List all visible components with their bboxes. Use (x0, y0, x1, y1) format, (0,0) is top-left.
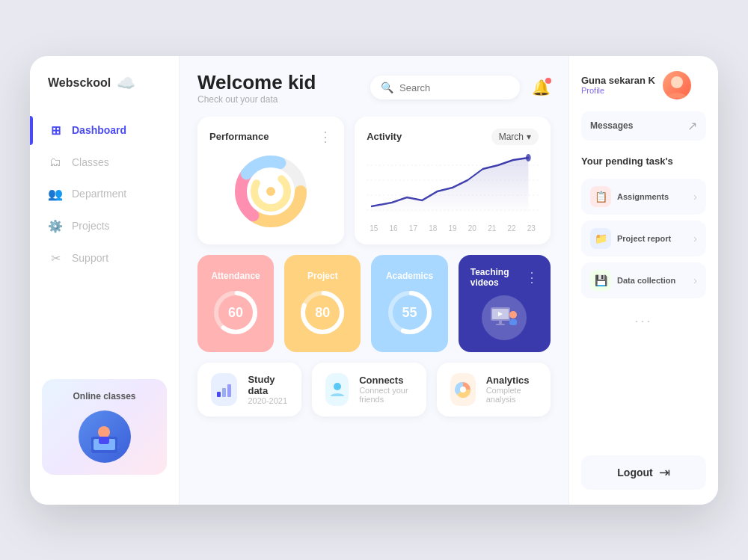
assignments-icon: 📋 (590, 186, 611, 207)
task-left: 💾 Data collection (590, 270, 675, 291)
activity-card: Activity March ▾ (355, 117, 551, 244)
connects-card[interactable]: Connects Connect your friends (312, 363, 426, 416)
page-subtitle: Check out your data (197, 94, 316, 105)
project-report-label: Project report (617, 234, 671, 243)
study-icon (211, 373, 237, 406)
line-chart (367, 154, 539, 221)
online-classes-label: Online classes (54, 391, 155, 401)
dashboard-icon: ⊞ (48, 123, 63, 138)
x-label: 17 (409, 224, 417, 233)
logo-icon: ☁️ (117, 74, 135, 92)
task-left: 📋 Assignments (590, 186, 669, 207)
sidebar-item-dashboard[interactable]: ⊞ Dashboard (30, 116, 170, 145)
task-item-assignments[interactable]: 📋 Assignments › (581, 179, 706, 215)
stats-row: Attendance 60 Project (197, 255, 551, 352)
page-title: Welcome kid (197, 71, 316, 94)
study-card-sub: 2020-2021 (248, 396, 288, 405)
user-role: Profile (581, 86, 655, 95)
sidebar-item-label: Dashboard (72, 124, 126, 136)
sidebar-item-projects[interactable]: ⚙️ Projects (30, 212, 170, 241)
x-axis: 15 16 17 18 19 20 21 22 23 (367, 224, 539, 233)
user-details: Guna sekaran K Profile (581, 75, 655, 95)
svg-rect-30 (217, 392, 221, 397)
user-name: Guna sekaran K (581, 75, 655, 86)
performance-card: Performance ⋮ (197, 117, 344, 244)
connects-icon (325, 373, 349, 406)
x-label: 22 (507, 224, 515, 233)
teaching-menu-icon[interactable]: ⋮ (525, 269, 539, 286)
performance-card-header: Performance ⋮ (209, 129, 332, 145)
month-dropdown[interactable]: March ▾ (491, 129, 539, 145)
messages-row[interactable]: Messages ↗ (581, 111, 706, 141)
sidebar-item-label: Projects (72, 220, 110, 232)
user-info: Guna sekaran K Profile (581, 71, 706, 99)
sidebar-item-label: Department (72, 188, 126, 200)
x-label: 20 (468, 224, 476, 233)
task-arrow-icon: › (693, 233, 697, 244)
logout-button[interactable]: Logout ⇥ (581, 455, 706, 490)
svg-point-28 (509, 311, 517, 319)
analytics-card-title: Analytics (486, 375, 537, 386)
analytics-card-info: Analytics Complete analysis (486, 375, 537, 404)
notification-dot (545, 78, 551, 84)
teaching-label: Teaching videos (470, 267, 525, 288)
svg-point-10 (266, 187, 275, 196)
attendance-label: Attendance (211, 271, 260, 281)
data-collection-icon: 💾 (590, 270, 611, 291)
svg-rect-31 (222, 388, 226, 397)
svg-point-35 (671, 76, 683, 88)
messages-icon: ↗ (687, 119, 697, 133)
teaching-illustration (488, 301, 521, 334)
analytics-card[interactable]: Analytics Complete analysis (437, 363, 551, 416)
x-label: 19 (448, 224, 456, 233)
study-card-title: Study data (248, 374, 288, 396)
support-icon: ✂ (48, 251, 63, 265)
search-input[interactable] (399, 82, 509, 93)
svg-rect-32 (227, 384, 231, 397)
header-title: Welcome kid Check out your data (197, 71, 316, 105)
online-classes-avatar (79, 410, 131, 463)
connects-card-info: Connects Connect your friends (359, 375, 413, 404)
sidebar-item-department[interactable]: 👥 Department (30, 179, 170, 209)
project-label: Project (307, 271, 338, 281)
chevron-down-icon: ▾ (527, 132, 531, 142)
svg-rect-4 (99, 437, 109, 444)
messages-label: Messages (590, 120, 633, 131)
study-data-card[interactable]: Study data 2020-2021 (197, 363, 301, 416)
online-classes-card[interactable]: Online classes (42, 379, 167, 475)
connects-card-title: Connects (359, 375, 413, 386)
assignments-label: Assignments (617, 192, 669, 201)
connects-icon-svg (328, 380, 347, 399)
project-value: 80 (315, 304, 330, 320)
main-content: Welcome kid Check out your data 🔍 🔔 (180, 56, 568, 505)
analytics-icon (450, 373, 475, 406)
study-data-icon (215, 380, 234, 399)
classes-icon: 🗂 (48, 156, 63, 169)
main-body: Performance ⋮ (180, 117, 568, 505)
x-label: 21 (488, 224, 496, 233)
main-header: Welcome kid Check out your data 🔍 🔔 (180, 56, 568, 117)
task-left: 📁 Project report (590, 228, 671, 249)
task-item-data-collection[interactable]: 💾 Data collection › (581, 262, 706, 298)
task-item-project-report[interactable]: 📁 Project report › (581, 221, 706, 256)
task-arrow-icon: › (693, 191, 697, 203)
logo-area: Websckool ☁️ (30, 74, 179, 116)
sidebar-item-support[interactable]: ✂ Support (30, 244, 170, 273)
sidebar-item-label: Classes (72, 156, 109, 168)
academics-card: Academics 55 (371, 255, 447, 352)
activity-card-title: Activity (367, 131, 402, 142)
x-label: 16 (390, 224, 398, 233)
header-right: 🔍 🔔 (370, 76, 551, 99)
svg-rect-26 (499, 321, 502, 324)
academics-value: 55 (402, 304, 417, 320)
notification-bell[interactable]: 🔔 (532, 79, 551, 96)
right-panel: Guna sekaran K Profile Messages ↗ Your p… (568, 56, 718, 505)
search-bar[interactable]: 🔍 (370, 76, 520, 99)
performance-menu-icon[interactable]: ⋮ (319, 129, 332, 145)
study-card-info: Study data 2020-2021 (248, 374, 288, 405)
logout-label: Logout (617, 467, 652, 479)
project-card: Project 80 (284, 255, 361, 352)
sidebar-item-classes[interactable]: 🗂 Classes (30, 148, 170, 176)
top-row: Performance ⋮ (197, 117, 551, 244)
teaching-card: Teaching videos ⋮ (459, 255, 551, 352)
